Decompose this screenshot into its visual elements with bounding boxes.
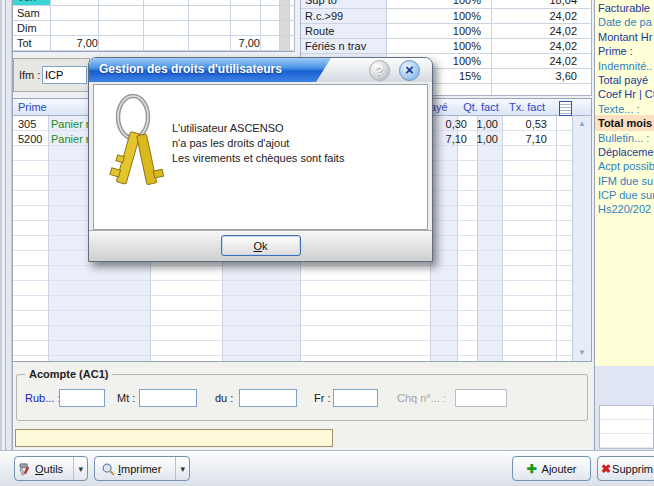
prime-desc: Panier r [51,118,90,131]
bottom-toolbar: Outils ▾ Imprimer ▾ ✚ Ajouter ✖ Supprim [0,450,654,486]
plus-icon: ✚ [527,462,537,476]
close-icon: × [405,61,414,78]
hours-table: Ven Sam Dim Tot 7,00 7,00 [13,0,295,52]
summary-item-link[interactable]: Indemnité.. [598,60,652,73]
imprimer-button[interactable]: Imprimer ▾ [94,456,190,481]
dialog-message: L'utilisateur ASCENSO n'a pas les droits… [172,121,344,166]
row-label[interactable]: Fériés n trav [305,40,366,53]
mt-label: Mt : [117,392,135,405]
vertical-scrollbar[interactable]: ▲ ▼ [572,116,591,361]
chevron-down-icon: ▾ [180,464,185,474]
chq-input[interactable] [455,389,507,407]
summary-item-link[interactable]: Hs220/202 [598,203,651,216]
fr-label: Fr : [314,392,331,405]
scroll-up-icon[interactable]: ▲ [573,117,591,131]
tools-icon [18,461,33,476]
ok-button[interactable]: Ok [221,235,301,256]
row-val: 24,02 [491,55,584,68]
outils-dropdown[interactable]: ▾ [73,457,87,480]
summary-panel: Facturable Date de pa Montant Hr Prime :… [594,0,654,366]
total-hours-cell: 7,00 [53,37,98,50]
notes-icon[interactable] [559,101,572,116]
ajouter-label: Ajouter [542,463,577,475]
row-label[interactable]: Dim [17,22,37,35]
summary-item: Montant Hr [598,31,652,44]
prime-tx: 7,10 [509,133,547,146]
row-label[interactable]: Sam [17,7,40,20]
prime-qt: 1,00 [469,133,498,146]
row-label[interactable]: R.c.>99 [305,10,343,23]
dialog-body: L'utilisateur ASCENSO n'a pas les droits… [93,84,428,230]
row-pct: 100% [391,40,481,53]
supprimer-button[interactable]: ✖ Supprim [597,456,654,481]
summary-item-link[interactable]: Bulletin... : [598,132,649,145]
dialog-title: Gestion des droits d'utilisateurs [99,62,282,76]
du-label: du : [215,392,233,405]
rub-label[interactable]: Rub... : [25,392,60,405]
row-pct: 100% [391,25,481,38]
prime-qt: 1,00 [469,118,498,131]
row-label[interactable]: Tot [17,37,32,50]
du-input[interactable] [239,389,297,407]
row-val: 24,02 [491,10,584,23]
ifm-input[interactable] [42,66,87,84]
imprimer-dropdown[interactable]: ▾ [175,457,189,480]
row-label: Sup to [305,0,337,7]
message-line: Les virements et chèques sont faits [172,151,344,166]
left-edge-strip [0,0,13,486]
summary-item: Facturable [598,2,650,15]
help-button[interactable]: ? [369,60,390,81]
summary-item-link[interactable]: ICP due sur [598,189,654,202]
total-hours-cell-2: 7,00 [215,37,260,50]
table-row-partial[interactable]: Sup to 100% 18,04 [301,0,591,8]
row-pct: 100% [391,0,481,7]
note-input[interactable] [15,429,333,447]
ifm-label: Ifm : [19,69,40,82]
row-ven-cell[interactable]: Ven [13,0,50,5]
header-tx-fact[interactable]: Tx. fact [505,101,549,113]
outils-button[interactable]: Outils ▾ [14,456,88,481]
scroll-down-icon[interactable]: ▼ [573,346,591,360]
fr-input[interactable] [333,389,378,407]
prime-tx: 0,53 [509,118,547,131]
summary-item-total-mois: Total mois [598,117,652,130]
summary-item-link[interactable]: Date de pa [598,16,652,29]
mini-list-box[interactable] [599,405,654,449]
summary-item-link[interactable]: Acpt possib [598,160,654,173]
imprimer-label: Imprimer [118,463,161,475]
dialog-title-bar[interactable]: Gestion des droits d'utilisateurs ? × [89,58,432,82]
prime-code: 305 [18,118,36,131]
question-icon: ? [376,64,383,78]
app-window: Ven Sam Dim Tot 7,00 7,00 Sup to 100% 18… [0,0,654,486]
row-val: 18,04 [491,0,584,7]
summary-item: Prime : [598,45,633,58]
message-line: L'utilisateur ASCENSO [172,121,344,136]
acompte-title: Acompte (AC1) [25,368,112,380]
summary-item: Coef Hr | Ct [598,88,654,101]
row-val: 24,02 [491,40,584,53]
row-pct: 100% [391,10,481,23]
row-label[interactable]: Route [305,25,334,38]
row-val: 24,02 [491,25,584,38]
close-button[interactable]: × [399,60,420,81]
summary-item: Total payé [598,74,648,87]
chq-label: Chq n°... : [397,392,446,405]
summary-lower-panel [594,366,654,450]
ajouter-button[interactable]: ✚ Ajouter [512,456,591,481]
summary-item-link[interactable]: IFM due su [598,175,653,188]
rub-input[interactable] [59,389,105,407]
mt-input[interactable] [139,389,197,407]
chevron-down-icon: ▾ [78,464,83,474]
prime-desc: Panier r [51,133,90,146]
acompte-group: Acompte (AC1) Rub... : Mt : du : Fr : Ch… [16,374,588,421]
header-prime[interactable]: Prime [18,101,47,113]
prime-code: 5200 [18,133,42,146]
delete-x-icon: ✖ [601,462,611,476]
outils-label: Outils [35,463,63,475]
message-line: n'a pas les droits d'ajout [172,136,344,151]
summary-item-link[interactable]: Texte... : [598,103,640,116]
summary-item: Déplaceme [598,146,654,159]
header-qt-fact[interactable]: Qt. fact [459,101,503,113]
magnifier-icon [101,462,115,476]
supprimer-label: Supprim [612,463,653,475]
